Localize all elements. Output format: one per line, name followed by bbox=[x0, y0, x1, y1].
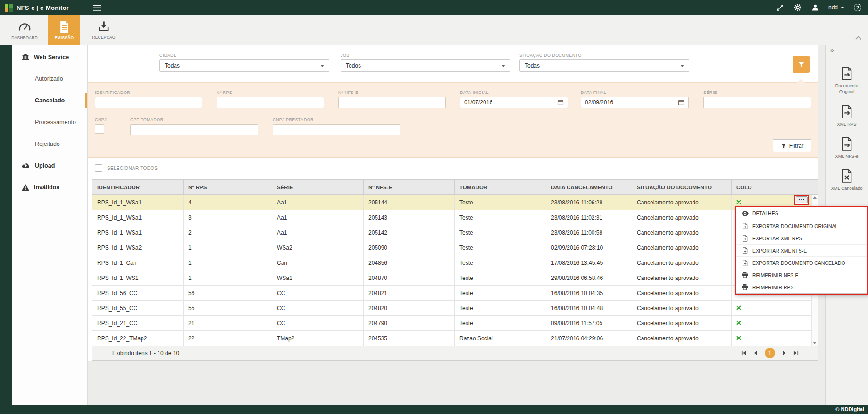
menu-icon[interactable] bbox=[93, 5, 101, 11]
table-row[interactable]: RPS_Id_56_CC 56 CC 204821 Teste 16/08/20… bbox=[92, 286, 818, 301]
menu-item-exportar-xml-rps[interactable]: EXPORTAR XML RPS bbox=[736, 232, 867, 244]
prev-page-button[interactable] bbox=[753, 350, 758, 355]
last-page-button[interactable] bbox=[793, 350, 799, 355]
table-row[interactable]: RPS_Id_55_CC 55 CC 204820 Teste 16/08/20… bbox=[92, 301, 818, 316]
menu-item-reimprimir-rps[interactable]: REIMPRIMIR RPS bbox=[736, 281, 867, 293]
table-row[interactable]: RPS_Id_1_WSa1 4 Aa1 205144 Teste 23/08/2… bbox=[92, 195, 818, 210]
collapse-toolbar-icon[interactable] bbox=[855, 36, 861, 42]
column-header-serie[interactable]: SÉRIE bbox=[272, 180, 364, 195]
cell-n-rps: 1 bbox=[184, 255, 272, 270]
cell-data-cancelamento: 29/08/2016 06:58:46 bbox=[546, 270, 632, 286]
export-document-icon bbox=[840, 66, 853, 81]
n-rps-input[interactable] bbox=[217, 97, 324, 108]
column-header-tomador[interactable]: TOMADOR bbox=[455, 180, 546, 195]
settings-gear-icon[interactable] bbox=[793, 3, 802, 12]
documents-table: IDENTIFICADOR Nº RPS SÉRIE Nº NFS-E TOMA… bbox=[92, 179, 818, 346]
export-icon bbox=[741, 247, 749, 254]
sidebar-item-rejeitado[interactable]: Rejeitado bbox=[12, 133, 87, 155]
cell-identificador: RPS_Id_1_WSa1 bbox=[92, 195, 184, 210]
cell-situacao: Cancelamento aprovado bbox=[632, 210, 732, 225]
menu-item-exportar-documento-original[interactable]: EXPORTAR DOCUMENTO ORIGINAL bbox=[736, 220, 867, 232]
chevron-down-icon bbox=[320, 65, 324, 67]
cnpj-prestador-input[interactable] bbox=[273, 124, 400, 135]
gauge-icon bbox=[18, 21, 31, 33]
table-row[interactable]: RPS_Id_1_Can 1 Can 204856 Teste 17/08/20… bbox=[92, 255, 818, 270]
sidebar-item-processamento[interactable]: Processamento bbox=[12, 111, 87, 133]
cell-n-rps: 1 bbox=[184, 270, 272, 286]
rt-item-documento-original[interactable]: Documento Original bbox=[828, 66, 865, 95]
data-final-input[interactable]: 02/09/2016 bbox=[581, 97, 689, 108]
cnpj-input[interactable] bbox=[95, 124, 104, 134]
first-page-button[interactable] bbox=[741, 350, 746, 355]
chevron-down-icon bbox=[501, 65, 505, 67]
cell-n-rps: 56 bbox=[184, 286, 272, 301]
table-row[interactable]: RPS_Id_1_WS1 1 WSa1 204870 Teste 29/08/2… bbox=[92, 270, 818, 286]
help-icon[interactable]: ? bbox=[854, 4, 861, 11]
cold-x-icon bbox=[736, 200, 741, 204]
identificador-input[interactable] bbox=[95, 97, 202, 108]
column-header-data-cancelamento[interactable]: DATA CANCELAMENTO bbox=[546, 180, 632, 195]
cell-cold bbox=[732, 331, 818, 346]
cpf-tomador-input[interactable] bbox=[130, 124, 258, 135]
export-icon bbox=[741, 223, 749, 229]
sidebar-item-invalidos[interactable]: Inválidos bbox=[12, 177, 87, 198]
warning-icon bbox=[22, 184, 29, 191]
table-row[interactable]: RPS_Id_22_TMap2 22 TMap2 204535 Razao So… bbox=[92, 331, 818, 346]
row-context-menu: DETALHES EXPORTAR DOCUMENTO ORIGINAL EXP… bbox=[736, 207, 867, 294]
current-page[interactable]: 1 bbox=[765, 348, 775, 358]
table-row[interactable]: RPS_Id_21_CC 21 CC 204790 Teste 09/08/20… bbox=[92, 316, 818, 331]
cnpj-prestador-label: CNPJ PRESTADOR bbox=[273, 118, 314, 122]
user-name: ndd bbox=[828, 4, 838, 11]
sidebar-item-web-service[interactable]: Web Service bbox=[12, 46, 87, 68]
scroll-down-icon[interactable] bbox=[813, 342, 817, 344]
rt-item-xml-nfse[interactable]: XML NFS-e bbox=[828, 136, 865, 159]
status-bar: © NDDigital bbox=[0, 405, 868, 414]
filtrar-button[interactable]: Filtrar bbox=[773, 139, 811, 152]
select-all-label: SELECIONAR TODOS bbox=[107, 166, 158, 171]
n-nfse-input[interactable] bbox=[338, 97, 446, 108]
cpf-tomador-label: CPF TOMADOR bbox=[130, 118, 164, 122]
table-row[interactable]: RPS_Id_1_WSa1 3 Aa1 205143 Teste 23/08/2… bbox=[92, 210, 818, 225]
n-rps-label: Nº RPS bbox=[217, 90, 232, 95]
menu-item-detalhes[interactable]: DETALHES bbox=[736, 207, 867, 220]
tab-recepcao[interactable]: RECEPÇÃO bbox=[88, 15, 120, 45]
rt-item-xml-cancelado[interactable]: XML Cancelado bbox=[828, 169, 865, 191]
menu-item-exportar-documento-cancelado[interactable]: EXPORTAR DOCUMENTO CANCELADO bbox=[736, 256, 867, 269]
situacao-select[interactable]: Todas bbox=[519, 59, 689, 72]
row-actions-button[interactable]: ... bbox=[796, 196, 808, 203]
cell-serie: Aa1 bbox=[272, 210, 364, 225]
column-header-situacao[interactable]: SITUAÇÃO DO DOCUMENTO bbox=[632, 180, 732, 195]
column-header-n-rps[interactable]: Nº RPS bbox=[184, 180, 272, 195]
column-header-n-nfse[interactable]: Nº NFS-E bbox=[364, 180, 455, 195]
filter-toggle-button[interactable] bbox=[793, 56, 810, 73]
table-row[interactable]: RPS_Id_1_WSa2 1 WSa2 205090 Teste 02/09/… bbox=[92, 240, 818, 255]
column-header-identificador[interactable]: IDENTIFICADOR bbox=[92, 180, 184, 195]
cell-n-nfse: 204856 bbox=[364, 255, 455, 270]
sidebar-item-autorizado[interactable]: Autorizado bbox=[12, 68, 87, 90]
tab-dashboard[interactable]: DASHBOARD bbox=[8, 15, 41, 45]
cidade-select[interactable]: Todas bbox=[159, 59, 329, 72]
scroll-up-icon[interactable] bbox=[813, 196, 817, 199]
cell-n-nfse: 205143 bbox=[364, 210, 455, 225]
job-select[interactable]: Todos bbox=[341, 59, 510, 72]
menu-item-exportar-xml-nfse[interactable]: EXPORTAR XML NFS-E bbox=[736, 244, 867, 256]
funnel-icon bbox=[781, 143, 786, 149]
user-menu[interactable]: ndd bbox=[828, 4, 844, 11]
data-inicial-input[interactable]: 01/07/2016 bbox=[460, 97, 568, 108]
column-header-cold[interactable]: COLD bbox=[732, 180, 818, 195]
sidebar-item-cancelado[interactable]: Cancelado bbox=[12, 90, 87, 111]
serie-input[interactable] bbox=[703, 97, 811, 108]
fullscreen-icon[interactable] bbox=[776, 4, 784, 12]
menu-item-reimprimir-nfse[interactable]: REIMPRIMIR NFS-E bbox=[736, 269, 867, 281]
rt-item-xml-rps[interactable]: XML RPS bbox=[828, 104, 865, 127]
next-page-button[interactable] bbox=[782, 350, 787, 355]
collapse-panel-icon[interactable]: » bbox=[826, 45, 834, 54]
select-all-checkbox[interactable] bbox=[95, 164, 102, 172]
cell-tomador: Teste bbox=[455, 301, 546, 316]
cell-n-nfse: 205142 bbox=[364, 225, 455, 240]
cell-data-cancelamento: 16/08/2016 10:04:48 bbox=[546, 301, 632, 316]
tab-emissao[interactable]: EMISSÃO bbox=[48, 15, 80, 45]
user-icon[interactable] bbox=[811, 4, 819, 11]
sidebar-item-upload[interactable]: Upload bbox=[12, 155, 87, 177]
table-row[interactable]: RPS_Id_1_WSa1 2 Aa1 205142 Teste 23/08/2… bbox=[92, 225, 818, 240]
